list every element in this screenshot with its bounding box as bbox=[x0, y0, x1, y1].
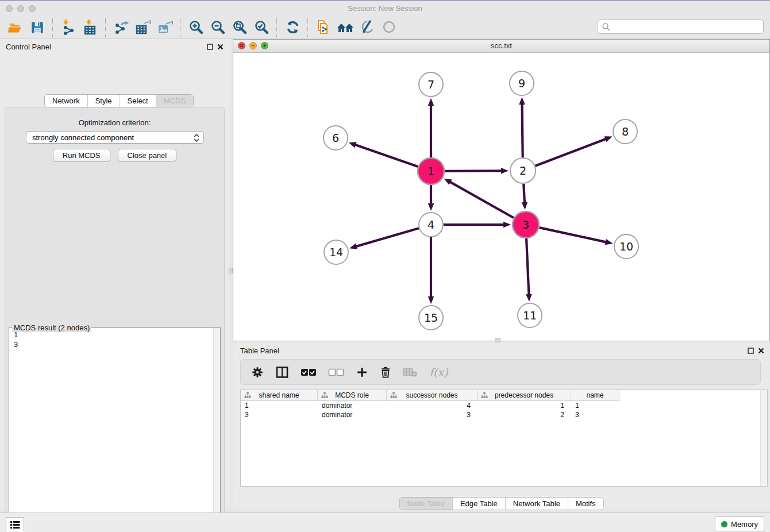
export-image-button[interactable] bbox=[154, 18, 176, 37]
graph-edge-2-3[interactable] bbox=[523, 184, 525, 203]
table-settings-gear-icon[interactable] bbox=[251, 366, 264, 379]
column-type-icon bbox=[244, 392, 251, 399]
float-panel-icon[interactable] bbox=[207, 44, 213, 50]
graph-edge-4-14[interactable] bbox=[356, 228, 419, 246]
table-row[interactable]: 1dominator411 bbox=[241, 401, 767, 410]
cell-successor-nodes[interactable]: 4 bbox=[387, 402, 478, 410]
task-history-button[interactable] bbox=[6, 517, 24, 532]
home-button[interactable] bbox=[334, 18, 356, 37]
dropdown-stepper-icon bbox=[192, 133, 201, 145]
tab-select[interactable]: Select bbox=[120, 95, 156, 107]
cell-name[interactable]: 1 bbox=[571, 402, 619, 410]
horizontal-splitter-handle[interactable] bbox=[495, 338, 500, 342]
zoom-selected-icon bbox=[254, 20, 270, 35]
column-type-icon bbox=[390, 392, 397, 399]
close-panel-button[interactable]: Close panel bbox=[118, 149, 177, 162]
cell-MCDS-role[interactable]: dominator bbox=[318, 411, 387, 419]
close-panel-icon[interactable] bbox=[217, 44, 224, 50]
table-scrollbar[interactable] bbox=[760, 390, 767, 486]
tab-network[interactable]: Network bbox=[45, 95, 87, 107]
zoom-view-icon[interactable] bbox=[261, 42, 268, 49]
maximize-window-icon[interactable] bbox=[29, 5, 36, 12]
optimization-criterion-select[interactable]: strongly connected component bbox=[26, 131, 204, 144]
open-session-button[interactable] bbox=[5, 18, 26, 37]
export-table-button[interactable] bbox=[132, 18, 154, 37]
graph-node-label: 8 bbox=[622, 125, 629, 138]
minimize-window-icon[interactable] bbox=[17, 5, 24, 12]
zoom-in-icon bbox=[188, 20, 204, 35]
tab-style[interactable]: Style bbox=[87, 95, 120, 107]
tab-motifs[interactable]: Motifs bbox=[568, 498, 603, 510]
zoom-fit-button[interactable] bbox=[229, 18, 251, 37]
import-table-icon bbox=[82, 20, 98, 35]
graph-edge-1-6[interactable] bbox=[355, 145, 418, 167]
cell-shared-name[interactable]: 3 bbox=[241, 411, 318, 419]
column-header-predecessor-nodes[interactable]: predecessor nodes bbox=[478, 390, 571, 401]
graph-edge-1-2[interactable] bbox=[445, 171, 502, 171]
node-table[interactable]: shared nameMCDS rolesuccessor nodesprede… bbox=[240, 390, 768, 487]
style-mapper-button[interactable] bbox=[356, 18, 378, 37]
table-row[interactable]: 3dominator323 bbox=[241, 410, 767, 419]
network-canvas-svg[interactable]: 7968124314101511 bbox=[233, 52, 769, 341]
export-network-button[interactable] bbox=[110, 18, 132, 37]
graph-edge-2-9[interactable] bbox=[522, 103, 522, 157]
graph-edge-3-11[interactable] bbox=[526, 238, 529, 295]
show-graphics-details-button[interactable] bbox=[378, 18, 400, 37]
apply-layout-button[interactable] bbox=[282, 18, 303, 37]
app-window-controls[interactable] bbox=[6, 5, 36, 12]
graph-edge-3-1[interactable] bbox=[449, 182, 514, 218]
tab-node-table[interactable]: Node Table bbox=[399, 498, 452, 510]
close-window-icon[interactable] bbox=[6, 5, 13, 12]
float-panel-icon[interactable] bbox=[748, 348, 754, 354]
create-column-plus-icon[interactable] bbox=[356, 366, 368, 379]
unselect-all-columns-icon[interactable] bbox=[328, 367, 344, 377]
network-window-titlebar[interactable]: scc.txt bbox=[233, 40, 769, 53]
clone-network-button[interactable] bbox=[313, 18, 334, 37]
delete-table-icon[interactable] bbox=[403, 367, 418, 377]
column-header-MCDS-role[interactable]: MCDS role bbox=[318, 390, 387, 401]
duplicate-network-icon bbox=[315, 20, 332, 36]
cell-name[interactable]: 3 bbox=[571, 411, 619, 419]
memory-button[interactable]: Memory bbox=[715, 516, 764, 531]
search-input[interactable] bbox=[611, 22, 763, 32]
show-columns-icon[interactable] bbox=[275, 366, 289, 379]
cell-shared-name[interactable]: 1 bbox=[241, 402, 318, 410]
export-image-icon bbox=[157, 20, 173, 35]
import-network-button[interactable] bbox=[57, 18, 79, 37]
graph-edge-arrowhead bbox=[349, 142, 357, 148]
delete-column-trash-icon[interactable] bbox=[380, 366, 391, 379]
import-table-button[interactable] bbox=[79, 18, 101, 37]
toolbar-search[interactable] bbox=[598, 20, 764, 34]
close-view-icon[interactable] bbox=[238, 42, 245, 49]
run-mcds-button[interactable]: Run MCDS bbox=[53, 149, 110, 162]
zoom-in-button[interactable] bbox=[185, 18, 207, 37]
zoom-out-button[interactable] bbox=[207, 18, 229, 37]
minimize-view-icon[interactable] bbox=[249, 42, 257, 49]
column-header-name[interactable]: name bbox=[571, 390, 619, 401]
tab-edge-table[interactable]: Edge Table bbox=[452, 498, 505, 510]
select-all-columns-icon[interactable] bbox=[301, 367, 317, 377]
graph-edge-2-8[interactable] bbox=[535, 138, 606, 165]
control-panel: Control Panel NetworkStyleSelectMCDS Opt… bbox=[0, 39, 229, 509]
mcds-result-title: MCDS result (2 nodes) bbox=[12, 323, 91, 332]
close-panel-icon[interactable] bbox=[758, 348, 764, 354]
cell-predecessor-nodes[interactable]: 1 bbox=[478, 402, 571, 410]
tab-mcds[interactable]: MCDS bbox=[156, 95, 193, 107]
cell-MCDS-role[interactable]: dominator bbox=[318, 402, 387, 410]
function-builder-icon[interactable]: f(x) bbox=[429, 366, 448, 379]
column-header-label: name bbox=[586, 391, 603, 399]
graph-node-label: 11 bbox=[523, 309, 537, 322]
status-bar: Memory bbox=[0, 512, 770, 532]
save-session-button[interactable] bbox=[26, 18, 48, 37]
vertical-splitter-handle[interactable] bbox=[229, 268, 233, 273]
column-header-shared-name[interactable]: shared name bbox=[241, 390, 318, 401]
cell-successor-nodes[interactable]: 3 bbox=[387, 411, 478, 419]
result-scrollbar[interactable] bbox=[213, 328, 220, 532]
graph-edge-3-10[interactable] bbox=[539, 228, 606, 242]
column-header-successor-nodes[interactable]: successor nodes bbox=[387, 390, 478, 401]
table-panel: Table Panel bbox=[233, 343, 770, 509]
cell-predecessor-nodes[interactable]: 2 bbox=[478, 411, 571, 419]
zoom-selected-button[interactable] bbox=[251, 18, 272, 37]
tab-network-table[interactable]: Network Table bbox=[505, 498, 568, 510]
export-table-icon bbox=[135, 20, 151, 35]
